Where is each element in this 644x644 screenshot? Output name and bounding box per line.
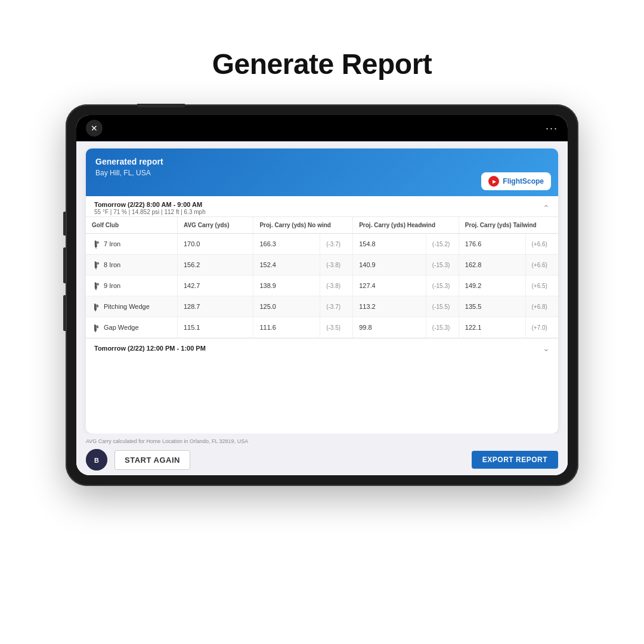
col-header-club: Golf Club: [86, 217, 177, 234]
footer-actions: B START AGAIN EXPORT REPORT: [86, 449, 558, 470]
headwind-carry-cell: 99.8: [353, 317, 426, 338]
col-header-tailwind: Proj. Carry (yds) Tailwind: [459, 217, 558, 234]
headwind-carry-cell: 140.9: [353, 255, 426, 275]
svg-text:B: B: [94, 457, 99, 464]
flightscope-icon: [488, 176, 499, 187]
avg-carry-cell: 115.1: [177, 317, 253, 338]
export-report-button[interactable]: EXPORT REPORT: [472, 451, 558, 469]
ipad-side-button-3: [63, 295, 66, 331]
no-wind-carry-cell: 111.6: [253, 317, 320, 338]
headwind-carry-cell: 113.2: [353, 296, 426, 317]
tailwind-diff-cell: (+7.0): [525, 317, 558, 338]
time-slot-header[interactable]: Tomorrow (2/22) 8:00 AM - 9:00 AM 55 °F …: [86, 196, 558, 217]
data-table: Golf Club AVG Carry (yds) Proj. Carry (y…: [86, 217, 558, 338]
club-name-cell: Pitching Wedge: [86, 296, 177, 317]
app-bar: ✕ ···: [76, 115, 568, 141]
ipad-side-button-1: [63, 212, 66, 236]
tailwind-carry-cell: 176.6: [459, 234, 525, 255]
table-row: Gap Wedge 115.1 111.6 (-3.5) 99.8 (-15.3…: [86, 317, 558, 338]
table-row: 9 Iron 142.7 138.9 (-3.8) 127.4 (-15.3) …: [86, 275, 558, 296]
badger-avatar: B: [86, 449, 107, 470]
no-wind-diff-cell: (-3.8): [320, 275, 353, 296]
ipad-top-buttons: [137, 104, 185, 107]
no-wind-diff-cell: (-3.7): [320, 296, 353, 317]
time-slot-next[interactable]: Tomorrow (2/22) 12:00 PM - 1:00 PM ⌄: [86, 338, 558, 358]
tailwind-diff-cell: (+6.8): [525, 296, 558, 317]
ipad-frame: ✕ ··· Generated report Bay Hill, FL, USA…: [66, 104, 578, 486]
club-name-cell: 7 Iron: [86, 234, 177, 255]
app-content: Generated report Bay Hill, FL, USA Fligh…: [76, 141, 568, 475]
avg-carry-cell: 170.0: [177, 234, 253, 255]
footer-note: AVG Carry calculated for Home Location i…: [86, 438, 558, 444]
club-name-cell: Gap Wedge: [86, 317, 177, 338]
tailwind-carry-cell: 162.8: [459, 255, 525, 275]
club-name-cell: 8 Iron: [86, 255, 177, 275]
chevron-down-icon[interactable]: ⌄: [543, 343, 550, 353]
col-header-avg: AVG Carry (yds): [177, 217, 253, 234]
col-header-headwind: Proj. Carry (yds) Headwind: [353, 217, 459, 234]
ipad-screen: ✕ ··· Generated report Bay Hill, FL, USA…: [76, 115, 568, 475]
table-row: 7 Iron 170.0 166.3 (-3.7) 154.8 (-15.2) …: [86, 234, 558, 255]
flightscope-text: FlightScope: [503, 177, 544, 185]
no-wind-carry-cell: 125.0: [253, 296, 320, 317]
headwind-carry-cell: 154.8: [353, 234, 426, 255]
report-header: Generated report Bay Hill, FL, USA Fligh…: [86, 148, 558, 196]
headwind-diff-cell: (-15.2): [426, 234, 459, 255]
headwind-diff-cell: (-15.3): [426, 275, 459, 296]
table-section[interactable]: Tomorrow (2/22) 8:00 AM - 9:00 AM 55 °F …: [86, 196, 558, 434]
no-wind-carry-cell: 166.3: [253, 234, 320, 255]
close-button[interactable]: ✕: [86, 120, 103, 137]
start-again-button[interactable]: START AGAIN: [114, 450, 190, 470]
report-title: Generated report: [95, 157, 549, 166]
headwind-diff-cell: (-15.5): [426, 296, 459, 317]
no-wind-carry-cell: 152.4: [253, 255, 320, 275]
page-title: Generate Report: [212, 48, 432, 80]
tailwind-diff-cell: (+6.6): [525, 234, 558, 255]
tailwind-diff-cell: (+6.5): [525, 275, 558, 296]
time-slot-conditions: 55 °F | 71 % | 14.852 psi | 112 ft | 6.3…: [94, 209, 206, 215]
tailwind-diff-cell: (+6.6): [525, 255, 558, 275]
time-slot-next-title: Tomorrow (2/22) 12:00 PM - 1:00 PM: [94, 345, 206, 352]
headwind-carry-cell: 127.4: [353, 275, 426, 296]
tailwind-carry-cell: 135.5: [459, 296, 525, 317]
report-card: Generated report Bay Hill, FL, USA Fligh…: [86, 148, 558, 434]
no-wind-diff-cell: (-3.8): [320, 255, 353, 275]
chevron-up-icon[interactable]: ⌃: [543, 203, 550, 213]
col-header-nowind: Proj. Carry (yds) No wind: [253, 217, 353, 234]
headwind-diff-cell: (-15.3): [426, 317, 459, 338]
avg-carry-cell: 142.7: [177, 275, 253, 296]
no-wind-diff-cell: (-3.5): [320, 317, 353, 338]
avg-carry-cell: 156.2: [177, 255, 253, 275]
no-wind-carry-cell: 138.9: [253, 275, 320, 296]
tailwind-carry-cell: 149.2: [459, 275, 525, 296]
avg-carry-cell: 128.7: [177, 296, 253, 317]
ipad-side-button-2: [63, 247, 66, 283]
headwind-diff-cell: (-15.3): [426, 255, 459, 275]
table-row: Pitching Wedge 128.7 125.0 (-3.7) 113.2 …: [86, 296, 558, 317]
table-row: 8 Iron 156.2 152.4 (-3.8) 140.9 (-15.3) …: [86, 255, 558, 275]
report-location: Bay Hill, FL, USA: [95, 169, 549, 177]
app-footer: AVG Carry calculated for Home Location i…: [76, 434, 568, 475]
no-wind-diff-cell: (-3.7): [320, 234, 353, 255]
tailwind-carry-cell: 122.1: [459, 317, 525, 338]
more-button[interactable]: ···: [546, 122, 558, 135]
club-name-cell: 9 Iron: [86, 275, 177, 296]
flightscope-logo: FlightScope: [481, 172, 551, 190]
time-slot-title: Tomorrow (2/22) 8:00 AM - 9:00 AM: [94, 201, 206, 208]
